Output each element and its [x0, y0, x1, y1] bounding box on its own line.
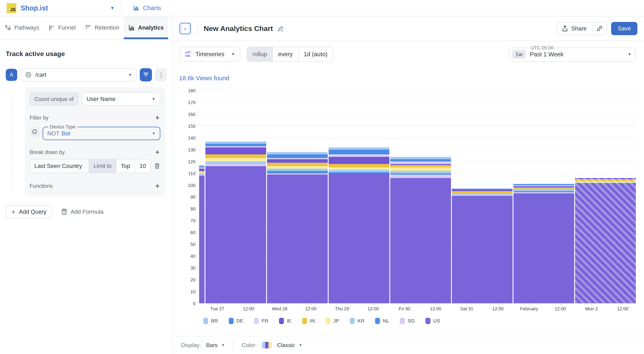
every-segment[interactable]: every — [272, 47, 298, 61]
tab-funnel[interactable]: Funnel — [44, 16, 80, 39]
segment-de[interactable] — [206, 144, 266, 146]
inline-filter-button[interactable] — [140, 68, 152, 82]
segment-jp[interactable] — [390, 168, 451, 171]
nav-charts[interactable]: Charts — [122, 4, 172, 12]
aggregation-chip[interactable]: Count unique of — [30, 92, 78, 106]
segment-fr[interactable] — [328, 154, 389, 157]
segment-ie[interactable] — [575, 178, 636, 179]
segment-ie[interactable] — [267, 159, 328, 163]
segment-us[interactable] — [575, 184, 636, 303]
bar-mon-26-partial-[interactable] — [199, 165, 204, 303]
segment-in[interactable] — [514, 188, 574, 189]
add-formula-button[interactable]: Add Formula — [61, 208, 104, 215]
bar-mon-2[interactable] — [575, 178, 636, 303]
legend-item-ie[interactable]: IE — [279, 318, 292, 324]
limit-direction[interactable]: Top — [116, 160, 135, 173]
legend-item-br[interactable]: BR — [203, 318, 218, 324]
legend-item-nl[interactable]: NL — [375, 318, 389, 324]
bar-fri-30[interactable] — [390, 157, 451, 303]
segment-us[interactable] — [390, 178, 451, 303]
query-letter-badge[interactable]: A — [6, 69, 17, 81]
copy-link-button[interactable] — [592, 22, 607, 35]
add-query-button[interactable]: + Add Query — [6, 206, 52, 218]
segment-in[interactable] — [267, 163, 328, 166]
segment-kr[interactable] — [199, 173, 204, 174]
segment-us[interactable] — [328, 173, 389, 303]
segment-nl[interactable] — [328, 172, 389, 173]
segment-br[interactable] — [328, 148, 389, 150]
bar-february-1[interactable] — [514, 184, 574, 303]
segment-br[interactable] — [267, 152, 328, 154]
bar-sat-31[interactable] — [452, 189, 512, 303]
filter-device-type[interactable]: Device Type NOT Bot ▼ — [43, 124, 160, 140]
segment-ie[interactable] — [514, 186, 574, 188]
segment-in[interactable] — [206, 154, 266, 158]
segment-nl[interactable] — [267, 171, 328, 173]
segment-fr[interactable] — [267, 158, 328, 159]
segment-in[interactable] — [199, 171, 204, 172]
segment-fr[interactable] — [390, 162, 451, 164]
segment-jp[interactable] — [267, 166, 328, 169]
color-select[interactable]: Classic ▼ — [277, 342, 302, 348]
add-function-button[interactable]: + — [155, 182, 160, 190]
segment-sg[interactable] — [390, 174, 451, 178]
legend-item-de[interactable]: DE — [229, 318, 243, 324]
interval-segment[interactable]: 1d (auto) — [298, 47, 333, 61]
segment-kr[interactable] — [267, 169, 328, 171]
segment-sg[interactable] — [199, 174, 204, 176]
segment-kr[interactable] — [514, 189, 574, 191]
limit-value[interactable]: 10 — [135, 160, 150, 173]
segment-de[interactable] — [199, 166, 204, 168]
segment-jp[interactable] — [575, 182, 636, 183]
collapse-sidebar-button[interactable]: ‹ — [180, 23, 191, 34]
bar-wed-28[interactable] — [267, 152, 328, 303]
segment-nl[interactable] — [514, 191, 574, 192]
add-breakdown-button[interactable]: + — [155, 148, 160, 156]
segment-kr[interactable] — [328, 170, 389, 172]
segment-ie[interactable] — [328, 157, 389, 164]
project-switcher[interactable]: JS Shop.ist ▼ — [0, 3, 121, 13]
segment-us[interactable] — [206, 166, 266, 303]
segment-sg[interactable] — [514, 192, 574, 193]
segment-jp[interactable] — [206, 158, 266, 162]
edit-pencil-icon[interactable] — [277, 25, 284, 32]
segment-de[interactable] — [514, 184, 574, 185]
legend-item-in[interactable]: IN — [302, 318, 315, 324]
segment-us[interactable] — [267, 174, 328, 303]
segment-sg[interactable] — [206, 164, 266, 166]
query-options-button[interactable]: ⋮ — [155, 68, 167, 82]
save-button[interactable]: Save — [611, 22, 638, 35]
legend-item-sg[interactable]: SG — [400, 318, 415, 324]
segment-us[interactable] — [514, 193, 574, 303]
segment-de[interactable] — [452, 189, 512, 190]
segment-jp[interactable] — [328, 168, 389, 170]
segment-de[interactable] — [390, 159, 451, 162]
segment-br[interactable] — [199, 165, 204, 166]
segment-fr[interactable] — [514, 185, 574, 186]
segment-us[interactable] — [452, 196, 512, 303]
segment-us[interactable] — [199, 176, 204, 303]
tab-analytics[interactable]: Analytics — [124, 16, 168, 39]
segment-in[interactable] — [452, 191, 512, 194]
segment-br[interactable] — [206, 142, 266, 144]
legend-item-kr[interactable]: KR — [350, 318, 364, 324]
delete-breakdown-icon[interactable] — [154, 163, 160, 169]
segment-kr[interactable] — [206, 162, 266, 164]
segment-fr[interactable] — [206, 146, 266, 148]
legend-item-us[interactable]: US — [426, 318, 440, 324]
segment-jp[interactable] — [199, 172, 204, 173]
segment-fr[interactable] — [199, 168, 204, 169]
bars-container[interactable] — [199, 91, 636, 303]
segment-nl[interactable] — [575, 183, 636, 184]
segment-sg[interactable] — [267, 173, 328, 174]
segment-de[interactable] — [267, 154, 328, 158]
limit-to-chip[interactable]: Limit to — [89, 160, 116, 173]
segment-in[interactable] — [390, 165, 451, 168]
segment-in[interactable] — [328, 164, 389, 168]
breakdown-property[interactable]: Last Seen Country — [30, 160, 89, 173]
segment-ie[interactable] — [206, 148, 266, 154]
share-button[interactable]: Share — [556, 22, 592, 35]
date-range-select[interactable]: UTC-05:00 1w Past 1 Week ▼ — [509, 45, 636, 62]
segment-sg[interactable] — [452, 194, 512, 196]
aggregation-property-select[interactable]: User Name ▼ — [82, 92, 160, 106]
